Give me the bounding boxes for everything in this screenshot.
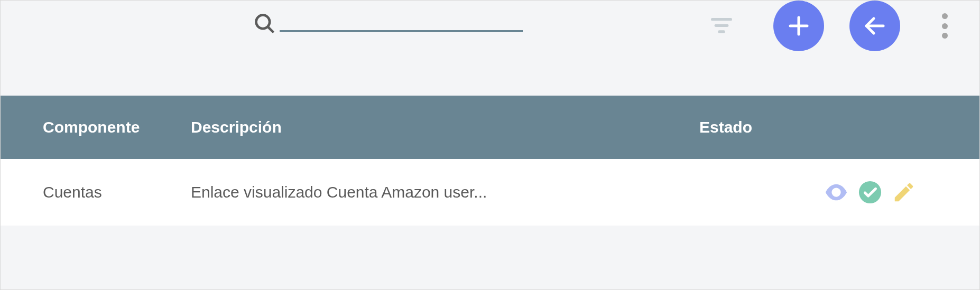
svg-line-1 <box>268 27 273 32</box>
svg-point-0 <box>256 15 270 29</box>
svg-rect-4 <box>718 30 725 33</box>
more-vertical-icon[interactable] <box>941 13 948 39</box>
filter-icon[interactable] <box>711 17 732 35</box>
pencil-icon[interactable] <box>892 180 916 204</box>
cell-estado <box>699 180 937 204</box>
table-footer <box>1 226 979 241</box>
svg-point-9 <box>859 181 881 203</box>
search-input[interactable] <box>280 5 523 32</box>
back-arrow-icon <box>862 13 887 39</box>
cell-componente: Cuentas <box>43 183 191 201</box>
cell-descripcion: Enlace visualizado Cuenta Amazon user... <box>191 183 699 201</box>
header-descripcion: Descripción <box>191 118 699 136</box>
toolbar <box>1 1 979 96</box>
search-icon <box>253 12 276 35</box>
check-circle-icon[interactable] <box>858 180 882 204</box>
header-componente: Componente <box>43 118 191 136</box>
back-button[interactable] <box>849 1 900 51</box>
svg-rect-2 <box>711 18 732 21</box>
svg-rect-3 <box>715 24 729 27</box>
toolbar-actions <box>711 1 948 51</box>
search-container <box>253 1 523 32</box>
table-header: Componente Descripción Estado <box>1 96 979 159</box>
eye-icon[interactable] <box>824 180 848 204</box>
data-table: Componente Descripción Estado Cuentas En… <box>1 96 979 241</box>
svg-point-8 <box>834 190 839 195</box>
add-button[interactable] <box>773 1 824 51</box>
table-row[interactable]: Cuentas Enlace visualizado Cuenta Amazon… <box>1 159 979 226</box>
header-estado: Estado <box>699 118 937 136</box>
plus-icon <box>786 13 811 39</box>
